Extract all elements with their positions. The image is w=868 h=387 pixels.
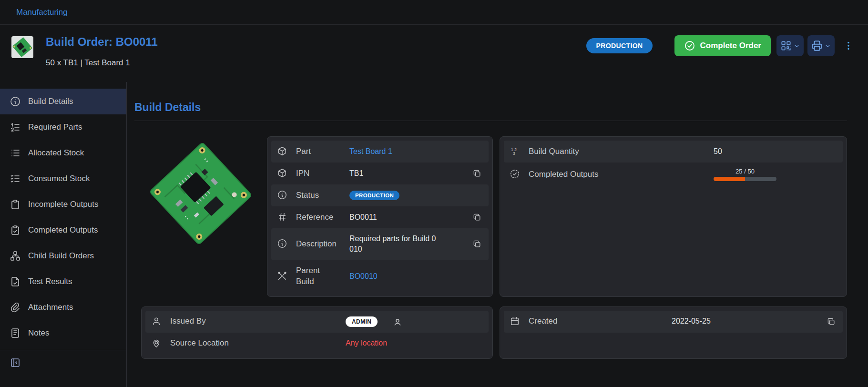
detail-row-source-location: Source Location Any location <box>145 333 489 355</box>
sidebar-collapse-button[interactable] <box>10 357 21 368</box>
sidebar-item-label: Required Parts <box>28 122 82 132</box>
calendar-icon <box>510 316 521 327</box>
complete-order-button[interactable]: Complete Order <box>674 35 771 56</box>
heading-divider <box>134 121 847 121</box>
list-icon <box>10 147 21 159</box>
detail-row-completed-outputs: Completed Outputs 25 / 50 <box>504 163 843 186</box>
sidebar-item-attachments[interactable]: Attachments <box>0 295 126 320</box>
sitemap-icon <box>10 250 21 262</box>
completed-outputs-progress: 25 / 50 <box>714 168 776 181</box>
sidebar-item-label: Completed Outputs <box>28 225 98 235</box>
copy-icon <box>827 317 836 326</box>
copy-button[interactable] <box>471 212 483 223</box>
header-actions: PRODUCTION Complete Order <box>586 35 854 56</box>
copy-icon <box>472 239 482 249</box>
detail-row-created: Created 2022-05-25 <box>504 311 843 333</box>
box-icon <box>277 168 288 179</box>
list-check-icon <box>10 173 21 184</box>
created-details-card: Created 2022-05-25 <box>500 306 847 359</box>
clipboard-check-icon <box>10 224 21 236</box>
detail-label: Reference <box>296 212 349 223</box>
copy-button[interactable] <box>826 316 837 327</box>
sidebar-item-label: Attachments <box>28 303 73 312</box>
copy-button[interactable] <box>471 168 483 179</box>
numbers-123-icon: 1 2 3 <box>510 146 521 157</box>
sidebar-item-notes[interactable]: Notes <box>0 320 126 346</box>
detail-row-issued-by: Issued By ADMIN <box>145 311 489 333</box>
chevron-down-icon <box>793 42 800 50</box>
created-value: 2022-05-25 <box>672 316 711 326</box>
sidebar-item-label: Notes <box>28 328 49 338</box>
sidebar-item-label: Test Results <box>28 277 72 286</box>
detail-row-ipn: IPN TB1 <box>271 163 489 184</box>
sidebar-item-label: Build Details <box>28 97 73 106</box>
sidebar-item-completed-outputs[interactable]: Completed Outputs <box>0 217 126 243</box>
status-badge: PRODUCTION <box>586 38 652 53</box>
part-link[interactable]: Test Board 1 <box>349 146 392 157</box>
sidebar-item-consumed-stock[interactable]: Consumed Stock <box>0 166 126 192</box>
copy-button[interactable] <box>471 238 483 250</box>
page-header: Build Order: BO0011 50 x TB1 | Test Boar… <box>0 25 868 82</box>
sidebar-item-child-build-orders[interactable]: Child Build Orders <box>0 243 126 269</box>
file-report-icon <box>10 276 21 287</box>
detail-label: Status <box>296 190 349 201</box>
tools-icon <box>277 271 288 282</box>
complete-order-label: Complete Order <box>700 41 761 51</box>
list-numbers-icon <box>10 122 21 133</box>
detail-row-description: Description Required parts for Build 001… <box>271 228 489 260</box>
detail-value: BO0011 <box>349 212 377 223</box>
sidebar-item-allocated-stock[interactable]: Allocated Stock <box>0 140 126 166</box>
barcode-actions-button[interactable] <box>776 35 804 56</box>
issue-details-card: Issued By ADMIN Source Location <box>141 306 493 359</box>
detail-label: Issued By <box>170 316 346 327</box>
details-grid: Part Test Board 1 IPN TB1 <box>141 136 847 359</box>
detail-row-part: Part Test Board 1 <box>271 141 489 163</box>
part-details-card: Part Test Board 1 IPN TB1 <box>267 136 493 297</box>
progress-label: 25 / 50 <box>714 168 776 175</box>
detail-row-parent-build: Parent Build BO0010 <box>271 260 489 293</box>
sidebar: Build Details Required Parts Allocated S… <box>0 82 127 387</box>
detail-value: TB1 <box>349 168 363 179</box>
build-thumbnail[interactable] <box>11 36 33 58</box>
detail-value: 50 <box>714 146 722 157</box>
sidebar-item-test-results[interactable]: Test Results <box>0 269 126 295</box>
issued-by-badge: ADMIN <box>346 316 378 327</box>
progress-track <box>714 177 776 181</box>
main-panel: Build Details <box>127 82 868 387</box>
progress-check-icon <box>510 169 521 180</box>
box-icon <box>277 146 288 157</box>
detail-label: Parent Build <box>296 265 349 287</box>
hash-icon <box>277 212 288 223</box>
status-badge: PRODUCTION <box>349 191 399 200</box>
detail-label: IPN <box>296 168 349 179</box>
detail-label: Build Quantity <box>529 146 714 157</box>
detail-row-build-quantity: 1 2 3 Build Quantity 50 <box>504 141 843 163</box>
content: Build Details Required Parts Allocated S… <box>0 82 868 387</box>
sidebar-collapse-icon <box>10 357 21 368</box>
copy-icon <box>472 169 482 178</box>
user-circle-icon <box>392 316 403 327</box>
panel-heading: Build Details <box>134 101 847 114</box>
sidebar-item-label: Incomplete Outputs <box>28 200 98 209</box>
print-actions-button[interactable] <box>807 35 835 56</box>
detail-row-reference: Reference BO0011 <box>271 206 489 228</box>
page-title: Build Order: BO0011 <box>46 35 158 49</box>
page-subtitle: 50 x TB1 | Test Board 1 <box>46 58 158 68</box>
copy-icon <box>472 213 482 222</box>
sidebar-item-build-details[interactable]: Build Details <box>0 89 126 114</box>
dots-vertical-icon <box>843 41 854 51</box>
breadcrumb: Manufacturing <box>0 0 868 25</box>
detail-value: Required parts for Build 0010 <box>349 234 437 255</box>
part-image <box>141 136 260 297</box>
info-circle-icon <box>277 190 288 201</box>
detail-label: Completed Outputs <box>529 169 714 180</box>
sidebar-item-label: Allocated Stock <box>28 148 84 158</box>
detail-label: Part <box>296 146 349 157</box>
sidebar-item-incomplete-outputs[interactable]: Incomplete Outputs <box>0 192 126 217</box>
breadcrumb-link-manufacturing[interactable]: Manufacturing <box>16 8 68 17</box>
more-actions-button[interactable] <box>843 35 854 56</box>
sidebar-item-required-parts[interactable]: Required Parts <box>0 114 126 140</box>
user-icon <box>151 316 163 327</box>
parent-build-link[interactable]: BO0010 <box>349 271 378 282</box>
clipboard-icon <box>10 199 21 210</box>
